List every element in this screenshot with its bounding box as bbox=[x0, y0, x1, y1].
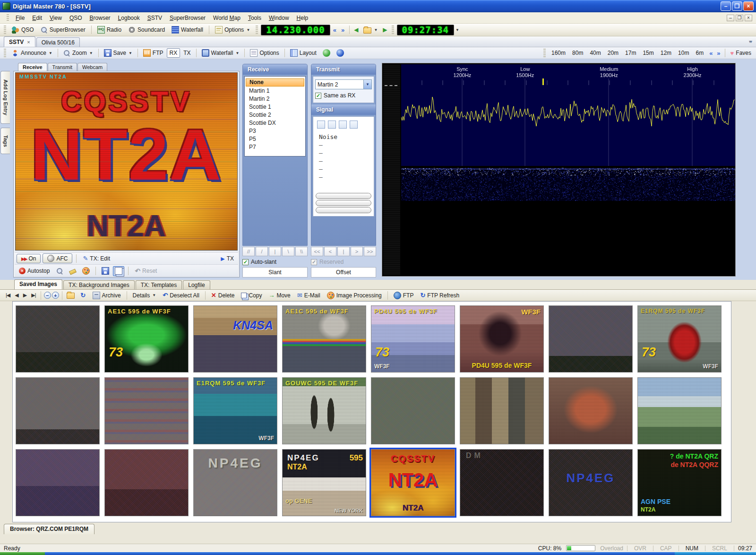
saved-image-thumbnail-22[interactable]: DM bbox=[460, 449, 544, 516]
mdi-restore-button[interactable]: ❐ bbox=[736, 15, 743, 21]
saved-image-thumbnail-5[interactable]: PD4U 595 de WF3F73WF3F bbox=[371, 305, 455, 373]
band-button-12m[interactable]: 12m bbox=[657, 49, 675, 57]
saved-image-thumbnail-14[interactable] bbox=[460, 377, 544, 444]
zoom-in-button[interactable]: + bbox=[52, 292, 59, 299]
history-forward-button[interactable]: ▶ bbox=[381, 26, 388, 33]
mode-item-p5[interactable]: P5 bbox=[245, 135, 305, 143]
mdi-close-button[interactable]: × bbox=[745, 15, 752, 21]
band-button-80m[interactable]: 80m bbox=[569, 49, 586, 57]
move-button[interactable]: →Move bbox=[266, 291, 293, 300]
signal-square-button[interactable] bbox=[317, 121, 325, 129]
band-button-20m[interactable]: 20m bbox=[604, 49, 622, 57]
signal-square-button[interactable] bbox=[339, 121, 347, 129]
tab-sstv[interactable]: SSTV× bbox=[4, 36, 35, 47]
rx-tab-receive[interactable]: Receive bbox=[18, 63, 47, 71]
reserved-checkbox[interactable] bbox=[311, 259, 317, 265]
saved-image-thumbnail-24[interactable]: ? de NT2A QRZde NT2A QQRZAGN PSENT2A bbox=[637, 449, 722, 516]
rx-tab-transmit[interactable]: Transmit bbox=[48, 63, 77, 71]
frequency-up-button[interactable]: » bbox=[339, 26, 346, 34]
mdi-minimize-button[interactable]: – bbox=[727, 15, 734, 21]
same-as-rx-checkbox[interactable] bbox=[315, 93, 321, 99]
info-round-button[interactable] bbox=[334, 48, 347, 58]
delete-button[interactable]: ✕Delete bbox=[208, 291, 238, 300]
options-button[interactable]: Options▼ bbox=[212, 25, 253, 35]
image-processing-button[interactable]: Image Processing bbox=[324, 291, 385, 300]
tx-edit-button[interactable]: TX: Edit bbox=[80, 254, 112, 263]
previous-image-button[interactable]: ◀ bbox=[13, 292, 20, 299]
menu-window[interactable]: Window bbox=[265, 13, 293, 23]
email-button[interactable]: ✉E-Mail bbox=[294, 291, 323, 300]
deselect-all-button[interactable]: ↶Deselect All bbox=[160, 291, 202, 300]
band-scroll-left-button[interactable]: « bbox=[707, 50, 714, 57]
clock-display[interactable]: 09:27:34 bbox=[397, 25, 455, 35]
gallery-tab-tx-background-images[interactable]: TX: Background Images bbox=[63, 280, 135, 289]
palette-tool-button[interactable] bbox=[80, 266, 92, 276]
saved-image-thumbnail-13[interactable] bbox=[371, 377, 455, 444]
menu-world-map[interactable]: World Map bbox=[209, 13, 244, 23]
mode-item-scottie-2[interactable]: Scottie 2 bbox=[245, 111, 305, 119]
saved-image-thumbnail-16[interactable] bbox=[637, 377, 722, 444]
saved-image-thumbnail-23[interactable]: NP4EG bbox=[549, 449, 633, 516]
offset-step-button[interactable]: > bbox=[351, 247, 363, 256]
saved-image-thumbnail-20[interactable]: NP4EG595NT2Aop GENENEW YORK bbox=[282, 449, 366, 516]
saved-image-thumbnail-7[interactable] bbox=[549, 305, 633, 373]
saved-image-thumbnail-19[interactable]: NP4EG bbox=[193, 449, 277, 516]
close-button[interactable]: × bbox=[743, 1, 754, 11]
ftp-button[interactable]: FTP bbox=[140, 48, 166, 58]
tab-close-icon[interactable]: × bbox=[27, 39, 30, 45]
slant-button[interactable]: Slant bbox=[242, 267, 308, 278]
sstv-options-button[interactable]: Options bbox=[247, 48, 282, 58]
waterfall-view-button[interactable]: Waterfall▼ bbox=[199, 48, 242, 58]
mode-item-scottie-dx[interactable]: Scottie DX bbox=[245, 119, 305, 127]
offset-step-button[interactable]: << bbox=[311, 247, 323, 256]
mode-item-martin-1[interactable]: Martin 1 bbox=[245, 87, 305, 95]
saved-image-thumbnail-15[interactable] bbox=[549, 377, 633, 444]
saved-image-thumbnail-3[interactable]: KN4SA bbox=[193, 305, 277, 373]
slant-step-button[interactable]: \ bbox=[282, 247, 294, 256]
menu-file[interactable]: File bbox=[12, 13, 28, 23]
details-button[interactable]: Details▼ bbox=[130, 291, 159, 300]
favorites-folder-button[interactable]: ▼ bbox=[361, 26, 380, 35]
minimize-button[interactable]: – bbox=[721, 1, 731, 11]
help-round-button[interactable] bbox=[320, 48, 333, 58]
rx-tab-webcam[interactable]: Webcam bbox=[77, 63, 107, 71]
announce-button[interactable]: Announce▼ bbox=[9, 48, 55, 58]
faves-button[interactable]: ♥Faves bbox=[728, 48, 754, 58]
slant-step-button[interactable]: \\ bbox=[295, 247, 308, 256]
saved-image-thumbnail-12[interactable]: GOUWC 595 DE WF3F bbox=[282, 377, 366, 444]
menu-qso[interactable]: QSO bbox=[66, 13, 86, 23]
waterfall-display[interactable] bbox=[401, 168, 735, 201]
offset-step-button[interactable]: < bbox=[324, 247, 336, 256]
saved-image-thumbnail-11[interactable]: E1RQM 595 de WF3FWF3F bbox=[193, 377, 277, 444]
slant-step-button[interactable]: | bbox=[269, 247, 281, 256]
band-scroll-right-button[interactable]: » bbox=[715, 50, 722, 57]
saved-image-thumbnail-18[interactable] bbox=[104, 449, 189, 516]
on-button[interactable]: On bbox=[17, 254, 41, 263]
offset-step-button[interactable]: >> bbox=[364, 247, 376, 256]
history-back-button[interactable]: ◀ bbox=[352, 26, 360, 33]
saved-image-thumbnail-4[interactable]: AE1C 595 de WF3F bbox=[282, 305, 366, 373]
menu-view[interactable]: View bbox=[46, 13, 66, 23]
saved-image-thumbnail-17[interactable] bbox=[16, 449, 100, 516]
menu-sstv[interactable]: SSTV bbox=[144, 13, 166, 23]
saved-image-thumbnail-21[interactable]: CQSSTVNT2ANT2A bbox=[371, 449, 455, 516]
menu-logbook[interactable]: Logbook bbox=[114, 13, 144, 23]
last-image-button[interactable]: ▶| bbox=[29, 292, 37, 299]
slant-step-button[interactable]: // bbox=[242, 247, 255, 256]
offset-button[interactable]: Offset bbox=[311, 267, 376, 278]
signal-square-button[interactable] bbox=[328, 121, 336, 129]
first-image-button[interactable]: |◀ bbox=[4, 292, 12, 299]
radio-button[interactable]: Radio bbox=[94, 25, 124, 35]
mode-item-scottie-1[interactable]: Scottie 1 bbox=[245, 103, 305, 111]
qso-button[interactable]: QSO bbox=[9, 25, 37, 35]
spectrum-scope[interactable]: Sync1200HzLow1500HzMedium1900HzHigh2300H… bbox=[401, 64, 735, 166]
saved-image-thumbnail-6[interactable]: WF3FPD4U 595 de WF3F bbox=[460, 305, 544, 373]
menu-superbrowser[interactable]: SuperBrowser bbox=[166, 13, 209, 23]
combo-dropdown-icon[interactable]: ▼ bbox=[363, 80, 371, 89]
browser-tab[interactable]: Browser: QRZ.COM PE1RQM bbox=[4, 524, 94, 534]
afc-button[interactable]: AFC bbox=[43, 253, 72, 263]
saved-image-thumbnail-10[interactable] bbox=[104, 377, 189, 444]
next-image-button[interactable]: ▶ bbox=[21, 292, 28, 299]
gallery-tab-logfile[interactable]: Logfile bbox=[183, 280, 210, 289]
menu-edit[interactable]: Edit bbox=[28, 13, 46, 23]
